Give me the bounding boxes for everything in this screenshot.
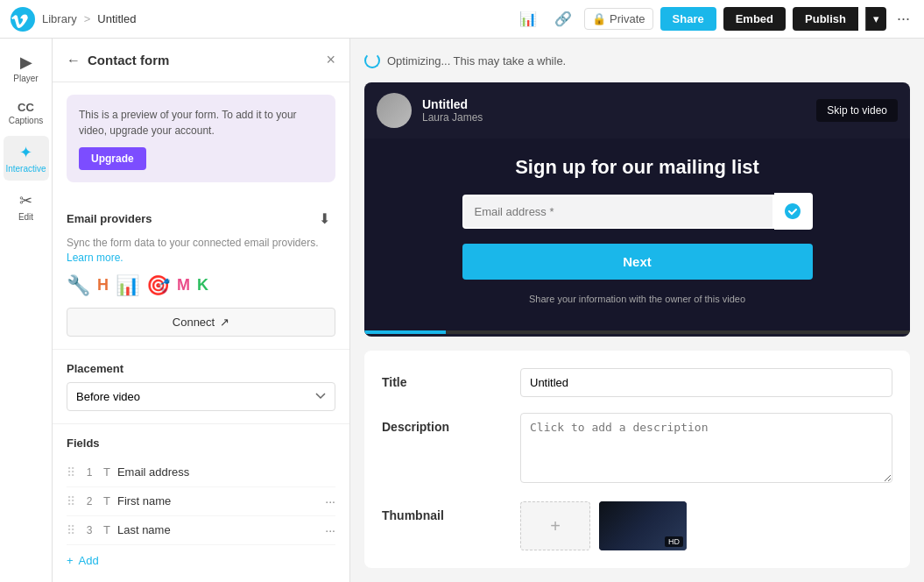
panel-title: Contact form (88, 53, 319, 67)
captions-label: Captions (9, 116, 43, 125)
nav-separator: > (84, 12, 91, 25)
preview-notice-box: This is a preview of your form. To add i… (67, 95, 335, 182)
video-title: Untitled (422, 97, 806, 111)
email-providers-section: Email providers ⬇ Sync the form data to … (53, 195, 349, 350)
panel-header: ← Contact form × (53, 39, 349, 82)
video-form-area: Sign up for our mailing list Next Share … (364, 138, 910, 330)
field-type-icon-1: T (103, 465, 110, 479)
video-step-text: Step 1 of 3 (364, 334, 910, 337)
add-field-button[interactable]: + Add (67, 545, 335, 567)
optimizing-text: Optimizing... This may take a while. (387, 54, 566, 67)
connect-button[interactable]: Connect ↗ (67, 308, 335, 337)
upgrade-button[interactable]: Upgrade (79, 147, 146, 170)
add-label: Add (79, 554, 99, 567)
provider-icon-5: M (177, 276, 190, 295)
thumbnail-image[interactable]: HD (599, 501, 687, 550)
nav-page-title: Untitled (97, 12, 136, 25)
provider-icon-2: H (97, 276, 109, 295)
title-label: Title (382, 368, 504, 397)
title-input-wrap (520, 368, 892, 397)
share-button[interactable]: Share (660, 7, 716, 31)
share-link-button[interactable]: 🔗 (549, 7, 577, 31)
email-check-icon (774, 193, 813, 230)
video-author: Laura James (422, 111, 806, 124)
edit-icon: ✂ (19, 191, 32, 210)
field-name-3: Last name (117, 523, 318, 536)
title-input[interactable] (520, 368, 892, 397)
field-name-2: First name (117, 494, 318, 507)
description-textarea[interactable] (520, 413, 892, 483)
placement-select[interactable]: Before video After video During video (67, 382, 335, 411)
field-more-3[interactable]: ··· (325, 523, 335, 537)
field-num-1: 1 (82, 466, 96, 479)
nav-library-link[interactable]: Library (42, 12, 77, 25)
drag-handle-2[interactable]: ⠿ (67, 494, 75, 508)
optimizing-bar: Optimizing... This may take a while. (364, 53, 910, 68)
preview-notice-text: This is a preview of your form. To add i… (79, 107, 323, 138)
analytics-button[interactable]: 📊 (514, 7, 542, 31)
thumbnail-add-button[interactable]: + (520, 501, 590, 550)
learn-more-link[interactable]: Learn more. (67, 252, 123, 264)
sidebar-item-captions[interactable]: CC Captions (4, 94, 49, 132)
add-icon: + (67, 554, 74, 567)
sidebar-item-interactive[interactable]: ✦ Interactive (4, 136, 49, 181)
placement-section: Placement Before video After video Durin… (53, 350, 349, 424)
thumbnail-area: + HD (520, 501, 892, 550)
main-area: ▶ Player CC Captions ✦ Interactive ✂ Edi… (0, 39, 924, 582)
drag-handle-1[interactable]: ⠿ (67, 465, 75, 479)
drag-handle-3[interactable]: ⠿ (67, 523, 75, 537)
provider-icon-6: K (197, 276, 208, 295)
provider-icon-1: 🔧 (67, 274, 90, 297)
connect-label: Connect (173, 316, 215, 329)
vimeo-logo-icon[interactable] (11, 7, 35, 32)
avatar (377, 93, 412, 128)
thumbnail-badge: HD (665, 536, 683, 547)
download-icon-button[interactable]: ⬇ (314, 207, 335, 231)
publish-button[interactable]: Publish (793, 7, 858, 31)
email-providers-header: Email providers ⬇ (67, 207, 335, 231)
field-row-3: ⠿ 3 T Last name ··· (67, 516, 335, 545)
panel-close-button[interactable]: × (326, 51, 335, 69)
avatar-image (377, 93, 412, 128)
details-panel: Title Description Thumbnail + HD (364, 351, 910, 568)
video-info: Untitled Laura James (422, 97, 806, 124)
interactive-icon: ✦ (19, 143, 32, 162)
video-preview: Untitled Laura James Skip to video Sign … (364, 82, 910, 337)
email-providers-desc: Sync the form data to your connected ema… (67, 236, 335, 266)
privacy-selector[interactable]: 🔒 Private (584, 8, 652, 30)
email-provider-icons: 🔧 H 📊 🎯 M K (67, 274, 335, 297)
field-num-3: 3 (82, 524, 96, 536)
thumbnail-label: Thumbnail (382, 501, 504, 550)
topnav: Library > Untitled 📊 🔗 🔒 Private Share E… (0, 0, 924, 39)
contact-form-panel: ← Contact form × This is a preview of yo… (53, 39, 350, 582)
field-row-2: ⠿ 2 T First name ··· (67, 487, 335, 516)
topnav-left: Library > Untitled (11, 7, 507, 32)
sidebar-item-player[interactable]: ▶ Player (4, 46, 49, 90)
add-thumbnail-icon: + (550, 516, 561, 536)
skip-to-video-button[interactable]: Skip to video (816, 99, 898, 122)
interactive-label: Interactive (5, 164, 46, 174)
embed-button[interactable]: Embed (723, 7, 786, 31)
provider-icon-3: 📊 (116, 274, 139, 297)
more-options-button[interactable]: ··· (893, 6, 913, 32)
private-label: Private (610, 12, 645, 25)
sidebar-item-edit[interactable]: ✂ Edit (4, 184, 49, 229)
panel-back-button[interactable]: ← (67, 53, 81, 68)
placement-label: Placement (67, 362, 335, 375)
field-row-1: ⠿ 1 T Email address (67, 458, 335, 487)
optimizing-spinner (364, 53, 380, 68)
field-type-icon-2: T (103, 494, 110, 507)
field-more-2[interactable]: ··· (325, 494, 335, 508)
form-headline: Sign up for our mailing list (515, 156, 759, 179)
player-label: Player (13, 74, 38, 83)
captions-icon: CC (18, 101, 34, 114)
next-button[interactable]: Next (462, 244, 813, 280)
field-name-1: Email address (117, 465, 335, 479)
form-email-input[interactable] (462, 195, 774, 229)
tools-sidebar: ▶ Player CC Captions ✦ Interactive ✂ Edi… (0, 39, 53, 582)
publish-chevron-button[interactable]: ▾ (865, 7, 886, 31)
right-area: Optimizing... This may take a while. Unt… (350, 39, 924, 582)
field-num-2: 2 (82, 495, 96, 507)
email-providers-title: Email providers (67, 212, 152, 225)
description-input-wrap (520, 413, 892, 486)
